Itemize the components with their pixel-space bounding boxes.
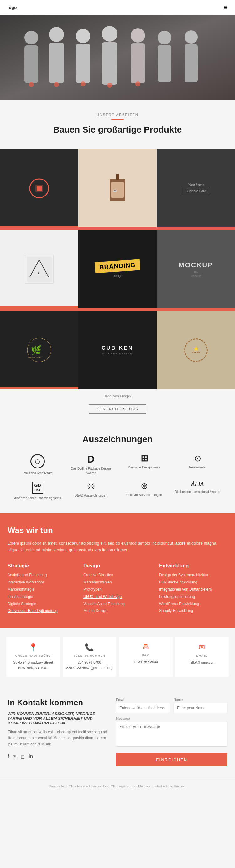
list-item: Full-Stack-Entwicklung — [159, 580, 228, 585]
orange-bar-2 — [0, 308, 235, 311]
message-textarea[interactable] — [116, 722, 228, 747]
svg-text:🌿: 🌿 — [31, 345, 42, 355]
portfolio-item-2[interactable]: ☕ — [78, 149, 157, 227]
awards-grid: ◯ Preis des Kreativitäts D Das Dotline P… — [7, 454, 228, 500]
portfolio-item-9[interactable]: ⭐ SHOP — [157, 311, 235, 389]
award-label-4: Pentawards — [189, 465, 206, 470]
award-item-7: ⊛ Red Dot-Auszeichnungen — [119, 482, 169, 500]
svg-point-18 — [81, 82, 86, 87]
svg-text:Horse Club: Horse Club — [28, 356, 41, 359]
email-label: Email — [116, 698, 170, 702]
kontakt-right: Email Name Message EINREICHEN — [116, 698, 228, 767]
award-icon-1: ◯ — [30, 454, 45, 468]
name-input[interactable] — [174, 703, 228, 713]
arbeiten-label: UNSERE ARBEITEN — [7, 113, 228, 117]
email-input[interactable] — [116, 703, 170, 713]
email-card-value: hello@home.com — [188, 660, 215, 665]
message-field-group: Message — [116, 717, 228, 747]
award-item-2: D Das Dotline Package Design Awards — [66, 454, 116, 475]
list-item: Visuelle Asset-Erstellung — [83, 601, 152, 607]
fax-card-value: 1-234-567-8900 — [134, 659, 158, 664]
name-label: Name — [174, 698, 228, 702]
portfolio-item-1[interactable] — [0, 149, 78, 227]
kontaktiere-uns-button[interactable]: KONTAKTIERE UNS — [89, 404, 146, 414]
fax-card-title: FAX — [142, 654, 149, 657]
award-icon-2: D — [87, 454, 94, 464]
was-col-design: Design Creative Direction Markenrichtlin… — [83, 563, 152, 615]
portfolio-item-5[interactable]: BRANDING Design — [78, 230, 157, 308]
svg-rect-15 — [184, 44, 198, 83]
phone-card-value: 234-9876-5400888-0123-4567 (gebührenfrei… — [66, 660, 113, 670]
portfolio-row-3: 🌿 Horse Club CUBIKEN KITCHEN DESIGN ⭐ SH… — [0, 311, 235, 389]
social-icons: f 𝕏 ◻ in — [7, 754, 109, 760]
was-col-strategie-title: Strategie — [7, 563, 76, 569]
list-item-link[interactable]: UI/UX- und Webdesign — [83, 594, 152, 599]
list-item: Interaktive Workshops — [7, 580, 76, 585]
svg-point-8 — [102, 26, 117, 42]
hamburger-menu-icon[interactable]: ≡ — [224, 4, 228, 11]
portfolio-row-1: ☕ Your Logo Business Card — [0, 149, 235, 227]
award-item-1: ◯ Preis des Kreativitäts — [12, 454, 63, 475]
svg-text:☕: ☕ — [113, 188, 117, 192]
logo: logo — [7, 5, 17, 10]
submit-button[interactable]: EINREICHEN — [116, 753, 228, 767]
portfolio-item-7[interactable]: 🌿 Horse Club — [0, 311, 78, 389]
list-item: WordPress-Entwicklung — [159, 601, 228, 607]
list-item: Markenstrategie — [7, 587, 76, 592]
award-item-5: GDUSA Amerikanischer Grafikdesignpreis — [12, 482, 63, 500]
list-item: Creative Direction — [83, 572, 152, 578]
was-wir-tun-section: Was wir tun Lorem ipsum dolor sit amet, … — [0, 513, 235, 628]
award-icon-3: ⊞ — [141, 454, 148, 463]
contact-card-phone: 📞 TELEFONNUMMER 234-9876-5400888-0123-45… — [63, 637, 117, 677]
list-item-link[interactable]: Integrationen von Drittanbietern — [159, 587, 228, 592]
svg-point-14 — [184, 30, 198, 43]
list-item: Digitale Strategie — [7, 601, 76, 607]
twitter-icon[interactable]: 𝕏 — [13, 754, 17, 760]
award-label-7: Red Dot-Auszeichnungen — [126, 493, 162, 497]
portfolio-item-3[interactable]: Your Logo Business Card — [157, 149, 235, 227]
portfolio-item-6[interactable]: MOCKUP 02 MOCKUP — [157, 230, 235, 308]
office-card-value: SoHo 94 Broadway Street New York, NY 100… — [10, 660, 56, 670]
message-label: Message — [116, 717, 228, 720]
auszeichnungen-title: Auszeichnungen — [7, 434, 228, 445]
award-icon-5: GDUSA — [32, 482, 43, 494]
portfolio-item-8[interactable]: CUBIKEN KITCHEN DESIGN — [78, 311, 157, 389]
list-item-link[interactable]: Conversion-Rate-Optimierung — [7, 608, 76, 614]
award-icon-4: ⊙ — [194, 454, 201, 463]
svg-rect-9 — [102, 42, 117, 85]
was-col-entwicklung-title: Entwicklung — [159, 563, 228, 569]
portfolio-grid: ☕ Your Logo Business Card 7 — [0, 149, 235, 389]
was-title: Was wir tun — [7, 526, 228, 535]
list-item: Markenrichtlinien — [83, 580, 152, 585]
facebook-icon[interactable]: f — [7, 754, 9, 760]
was-link[interactable]: ut labore — [170, 541, 186, 546]
fax-icon: 🖷 — [142, 643, 149, 651]
name-field-group: Name — [174, 698, 228, 713]
svg-rect-5 — [49, 42, 64, 83]
office-card-title: UNSER HAUPTBÜRO — [16, 654, 51, 657]
portfolio-item-4[interactable]: 7 — [0, 230, 78, 308]
freepik-link[interactable]: Bilder von Freepik — [0, 394, 235, 398]
kontakt-left: In Kontakt kommen WIR KÖNNEN ZUVERLÄSSIG… — [7, 698, 109, 767]
list-item: Shopify-Entwicklung — [159, 608, 228, 614]
was-col-design-list: Creative Direction Markenrichtlinien Pro… — [83, 572, 152, 614]
hero-background — [0, 12, 235, 100]
arbeiten-title: Bauen Sie großartige Produkte — [7, 124, 228, 135]
svg-rect-23 — [37, 186, 42, 191]
award-item-6: ❊ D&AD Auszeichnungen — [66, 482, 116, 500]
phone-card-title: TELEFONNUMMER — [73, 654, 105, 657]
award-icon-6: ❊ — [87, 482, 95, 491]
kontakt-subtitle: WIR KÖNNEN ZUVERLÄSSIGKEIT, NIEDRIGE TAR… — [7, 711, 109, 725]
svg-point-12 — [157, 31, 171, 44]
list-item: Design der Systemarchitektur — [159, 572, 228, 578]
svg-rect-11 — [131, 43, 145, 83]
portfolio-row-2: 7 BRANDING Design MOCKUP 02 MOCKUP — [0, 230, 235, 308]
linkedin-icon[interactable]: in — [29, 754, 33, 760]
contact-cards-section: 📍 UNSER HAUPTBÜRO SoHo 94 Broadway Stree… — [0, 628, 235, 685]
was-body: Lorem ipsum dolor sit amet, consectetur … — [7, 540, 228, 553]
svg-rect-7 — [76, 44, 90, 83]
instagram-icon[interactable]: ◻ — [21, 754, 25, 760]
hero-team-image — [0, 12, 235, 100]
svg-point-10 — [131, 28, 145, 42]
email-card-title: EMAIL — [197, 654, 208, 657]
